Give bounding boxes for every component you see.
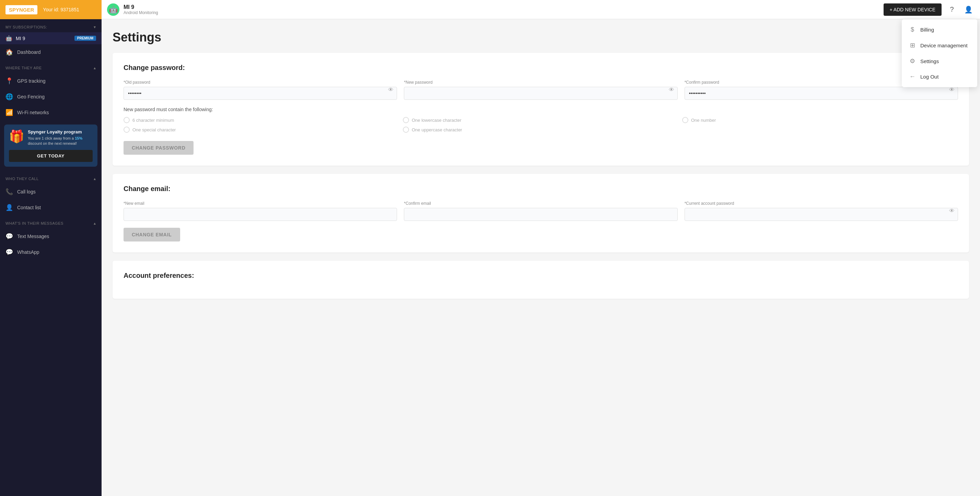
new-email-label: *New email xyxy=(124,201,397,206)
current-account-password-input[interactable] xyxy=(684,208,958,221)
geofence-icon: 🌐 xyxy=(5,93,13,100)
sidebar-label-whatsapp: WhatsApp xyxy=(17,250,40,255)
dropdown-item-logout[interactable]: ← Log Out xyxy=(902,69,977,84)
sms-icon: 💬 xyxy=(5,232,13,240)
subscription-item[interactable]: 🤖 MI 9 PREMIUM xyxy=(0,32,102,44)
password-fields-row: *Old password 👁 *New password 👁 *Confirm… xyxy=(124,80,958,100)
change-password-title: Change password: xyxy=(124,64,958,72)
loyalty-card: 🎁 Spynger Loyalty program You are 1 clic… xyxy=(4,124,97,167)
dropdown-item-settings[interactable]: ⚙ Settings xyxy=(902,53,977,69)
current-password-eye-button[interactable]: 👁 xyxy=(949,208,955,214)
loyalty-title: Spynger Loyalty program xyxy=(28,129,93,135)
chevron-down-icon: ▾ xyxy=(94,25,96,30)
req-label-3: One number xyxy=(691,118,716,123)
req-label-4: One special character xyxy=(132,127,176,132)
sidebar-label-geofencing: Geo Fencing xyxy=(17,94,45,100)
account-preferences-card: Account preferences: xyxy=(113,261,969,299)
sidebar-item-wifi[interactable]: 📶 Wi-Fi networks xyxy=(0,105,102,121)
old-password-eye-button[interactable]: 👁 xyxy=(388,87,394,93)
dropdown-item-billing[interactable]: $ Billing xyxy=(902,22,977,37)
where-they-are-header: WHERE THEY ARE ▴ xyxy=(0,60,102,73)
old-password-label: *Old password xyxy=(124,80,397,85)
main-content: Settings Change password: *Old password … xyxy=(102,19,980,496)
chevron-up-icon-2: ▴ xyxy=(94,176,96,181)
chevron-up-icon: ▴ xyxy=(94,65,96,70)
profile-button[interactable]: 👤 xyxy=(962,3,975,16)
req-uppercase: One uppercase character xyxy=(403,127,679,133)
email-fields-row: *New email *Confirm email *Current accou… xyxy=(124,201,958,221)
top-header: SPYNGER Your id: 9371851 🤖 MI 9 Android … xyxy=(0,0,980,19)
req-min-chars: 6 character minimum xyxy=(124,117,399,123)
header-right: 🤖 MI 9 Android Monitoring + ADD NEW DEVI… xyxy=(102,0,980,19)
sidebar-label-gps: GPS tracking xyxy=(17,78,45,84)
gift-icon: 🎁 xyxy=(9,129,24,144)
loyalty-text: Spynger Loyalty program You are 1 click … xyxy=(28,129,93,146)
help-button[interactable]: ? xyxy=(946,3,958,16)
change-password-card: Change password: *Old password 👁 *New pa… xyxy=(113,53,969,166)
sidebar-item-dashboard[interactable]: 🏠 Dashboard xyxy=(0,44,102,60)
new-password-input[interactable] xyxy=(404,87,677,100)
sidebar-item-contact-list[interactable]: 👤 Contact list xyxy=(0,200,102,215)
loyalty-content: 🎁 Spynger Loyalty program You are 1 clic… xyxy=(9,129,93,146)
device-details: MI 9 Android Monitoring xyxy=(124,4,158,15)
gps-icon: 📍 xyxy=(5,77,13,85)
dropdown-label-logout: Log Out xyxy=(920,74,939,79)
confirm-email-group: *Confirm email xyxy=(404,201,677,221)
get-today-button[interactable]: GET TODAY xyxy=(9,150,93,162)
req-lowercase: One lowercase character xyxy=(403,117,679,123)
req-circle-4 xyxy=(124,127,130,133)
device-management-icon: ⊞ xyxy=(908,41,916,49)
sidebar-item-text-messages[interactable]: 💬 Text Messages xyxy=(0,229,102,244)
change-email-button[interactable]: CHANGE EMAIL xyxy=(124,228,180,242)
logo: SPYNGER xyxy=(5,5,37,14)
settings-icon: ⚙ xyxy=(908,57,916,65)
dropdown-menu: $ Billing ⊞ Device management ⚙ Settings… xyxy=(902,19,977,87)
current-password-group: *Current account password 👁 xyxy=(684,201,958,221)
req-circle-5 xyxy=(403,127,409,133)
who-they-call-label: WHO THEY CALL xyxy=(5,176,39,181)
chevron-up-icon-3: ▴ xyxy=(94,221,96,226)
premium-badge: PREMIUM xyxy=(75,36,96,41)
requirements-title: New password must contain the following: xyxy=(124,107,958,112)
add-device-button[interactable]: + ADD NEW DEVICE xyxy=(884,3,942,16)
logout-icon: ← xyxy=(908,73,916,80)
req-number: One number xyxy=(682,117,958,123)
page-title: Settings xyxy=(113,30,969,45)
messages-section-label: WHAT'S IN THEIR MESSAGES xyxy=(5,221,64,225)
dropdown-item-device-management[interactable]: ⊞ Device management xyxy=(902,37,977,53)
billing-icon: $ xyxy=(908,26,916,33)
sidebar-item-geofencing[interactable]: 🌐 Geo Fencing xyxy=(0,89,102,105)
change-password-button[interactable]: CHANGE PASSWORD xyxy=(124,141,194,155)
subscription-device-name: MI 9 xyxy=(16,36,25,41)
user-id: Your id: 9371851 xyxy=(43,7,79,12)
dropdown-label-settings: Settings xyxy=(920,58,939,64)
who-they-call-header: WHO THEY CALL ▴ xyxy=(0,171,102,184)
device-sub: Android Monitoring xyxy=(124,10,158,15)
sidebar-item-call-logs[interactable]: 📞 Call logs xyxy=(0,184,102,200)
confirm-password-input[interactable] xyxy=(684,87,958,100)
confirm-email-label: *Confirm email xyxy=(404,201,677,206)
old-password-group: *Old password 👁 xyxy=(124,80,397,100)
confirm-email-input[interactable] xyxy=(404,208,677,221)
req-circle-2 xyxy=(403,117,409,123)
new-password-eye-button[interactable]: 👁 xyxy=(669,87,674,93)
android-device-icon: 🤖 xyxy=(5,35,12,41)
sidebar-label-dashboard: Dashboard xyxy=(17,49,41,55)
new-email-group: *New email xyxy=(124,201,397,221)
req-label-5: One uppercase character xyxy=(412,127,462,132)
subscriptions-label: MY SUBSCRIPTIONS: xyxy=(5,25,47,29)
my-subscriptions-header: MY SUBSCRIPTIONS: ▾ xyxy=(0,19,102,32)
confirm-password-eye-button[interactable]: 👁 xyxy=(949,87,955,93)
req-label-2: One lowercase character xyxy=(412,118,461,123)
header-actions: + ADD NEW DEVICE ? 👤 xyxy=(884,3,975,16)
header-logo-area: SPYNGER Your id: 9371851 xyxy=(0,0,102,19)
discount-highlight: 15% xyxy=(75,136,82,140)
old-password-input[interactable] xyxy=(124,87,397,100)
wifi-icon: 📶 xyxy=(5,109,13,116)
sidebar-label-contact-list: Contact list xyxy=(17,205,41,210)
sidebar-item-gps[interactable]: 📍 GPS tracking xyxy=(0,73,102,89)
new-email-input[interactable] xyxy=(124,208,397,221)
sidebar-item-whatsapp[interactable]: 💬 WhatsApp xyxy=(0,244,102,260)
req-circle-1 xyxy=(124,117,130,123)
sidebar-label-text-messages: Text Messages xyxy=(17,234,49,239)
